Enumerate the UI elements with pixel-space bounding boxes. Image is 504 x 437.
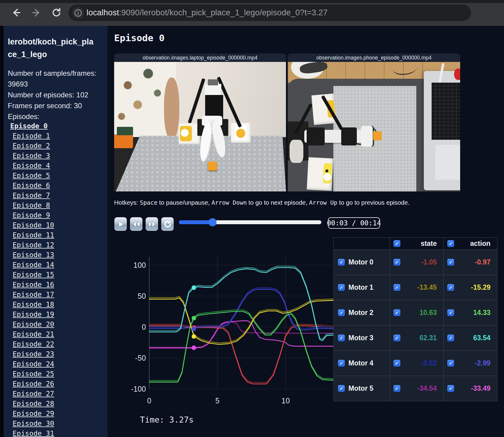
orange-lego-brick bbox=[208, 162, 217, 171]
episode-link-3[interactable]: Episode 3 bbox=[10, 152, 100, 162]
motor-state-value: -3.52 bbox=[404, 359, 437, 367]
episode-link-5[interactable]: Episode 5 bbox=[10, 172, 100, 182]
motor-state-checkbox[interactable] bbox=[393, 309, 400, 316]
motor-action-value: -15.29 bbox=[458, 283, 490, 292]
episode-link-13[interactable]: Episode 13 bbox=[10, 251, 100, 261]
motor-action-value: -2.99 bbox=[458, 359, 490, 367]
motor-name: Motor 5 bbox=[348, 384, 373, 393]
motor-state-value: 10.63 bbox=[404, 309, 437, 317]
hotkeys-text: to go to previous episode. bbox=[337, 199, 409, 206]
motor-action-checkbox[interactable] bbox=[447, 385, 454, 392]
motor-name: Motor 1 bbox=[348, 283, 373, 292]
episode-link-12[interactable]: Episode 12 bbox=[10, 241, 100, 251]
motor-action-checkbox[interactable] bbox=[447, 360, 454, 367]
episode-link-20[interactable]: Episode 20 bbox=[10, 320, 100, 330]
episode-link-16[interactable]: Episode 16 bbox=[10, 281, 100, 291]
forward-icon[interactable] bbox=[30, 6, 43, 19]
reload-icon[interactable] bbox=[50, 6, 63, 19]
motor-state-checkbox[interactable] bbox=[393, 360, 400, 367]
motor-table-row: Motor 1-13.45-15.29 bbox=[334, 275, 497, 300]
episode-link-31[interactable]: Episode 31 bbox=[10, 429, 100, 437]
episode-link-30[interactable]: Episode 30 bbox=[10, 420, 100, 429]
episode-link-19[interactable]: Episode 19 bbox=[10, 310, 100, 320]
info-episodes-label: Episodes: bbox=[8, 111, 100, 122]
rewind-button[interactable] bbox=[130, 217, 143, 231]
robot-joint bbox=[307, 127, 325, 145]
emoji-box-left bbox=[179, 124, 200, 144]
episode-link-24[interactable]: Episode 24 bbox=[10, 360, 100, 370]
motor-state-checkbox[interactable] bbox=[393, 259, 400, 266]
episode-link-10[interactable]: Episode 10 bbox=[10, 221, 100, 231]
back-icon[interactable] bbox=[10, 6, 23, 19]
person-arm bbox=[164, 78, 179, 140]
video-caption-phone: observation.images.phone_episode_000000.… bbox=[288, 53, 460, 62]
motor-row-checkbox[interactable] bbox=[338, 335, 345, 341]
window-top-strip bbox=[0, 0, 504, 3]
episode-link-7[interactable]: Episode 7 bbox=[10, 191, 100, 201]
episode-link-2[interactable]: Episode 2 bbox=[10, 142, 100, 152]
motor-table-row: Motor 0-1.05-0.97 bbox=[334, 250, 497, 275]
url-bar[interactable]: localhost:9090/lerobot/koch_pick_place_1… bbox=[68, 5, 471, 21]
motor-state-checkbox[interactable] bbox=[393, 284, 400, 291]
motor-row-checkbox[interactable] bbox=[338, 284, 345, 291]
motor-action-value: -33.49 bbox=[458, 384, 490, 393]
episode-link-21[interactable]: Episode 21 bbox=[10, 330, 100, 340]
loop-button[interactable] bbox=[161, 217, 174, 231]
episode-link-9[interactable]: Episode 9 bbox=[10, 211, 100, 221]
episode-link-1[interactable]: Episode 1 bbox=[10, 132, 100, 142]
motor-table-row: Motor 362.3163.54 bbox=[334, 325, 497, 351]
orange-lego-brick bbox=[373, 131, 382, 140]
state-column-checkbox[interactable] bbox=[393, 240, 400, 247]
seek-slider[interactable] bbox=[179, 220, 321, 224]
motor-action-value: -0.97 bbox=[458, 258, 490, 266]
seek-slider-thumb[interactable] bbox=[208, 218, 217, 226]
robot-camera bbox=[208, 79, 218, 85]
episode-link-18[interactable]: Episode 18 bbox=[10, 301, 100, 310]
motor-state-checkbox[interactable] bbox=[393, 335, 400, 341]
motor-row-checkbox[interactable] bbox=[338, 360, 345, 367]
play-button[interactable] bbox=[114, 217, 127, 231]
episode-link-0[interactable]: Episode 0 bbox=[10, 122, 100, 132]
episode-link-22[interactable]: Episode 22 bbox=[10, 340, 100, 350]
motor-action-checkbox[interactable] bbox=[447, 259, 454, 266]
site-info-icon[interactable] bbox=[72, 7, 84, 19]
action-header-cell: action bbox=[444, 238, 497, 250]
video-player-laptop[interactable] bbox=[114, 62, 286, 191]
circuit-board bbox=[117, 127, 133, 135]
url-host: localhost bbox=[87, 8, 119, 17]
window-left-edge bbox=[0, 26, 4, 437]
motor-name: Motor 4 bbox=[348, 359, 373, 367]
fast-forward-button[interactable] bbox=[145, 217, 158, 231]
episode-link-17[interactable]: Episode 17 bbox=[10, 291, 100, 301]
time-display: 00:03 / 00:14 bbox=[328, 217, 380, 229]
episode-link-23[interactable]: Episode 23 bbox=[10, 350, 100, 360]
motor-name: Motor 2 bbox=[348, 309, 373, 317]
robot-mount bbox=[290, 140, 303, 163]
video-card-phone: observation.images.phone_episode_000000.… bbox=[288, 53, 460, 191]
motor-table-row: Motor 4-3.52-2.99 bbox=[334, 351, 497, 376]
episode-link-27[interactable]: Episode 27 bbox=[10, 390, 100, 400]
motor-row-checkbox[interactable] bbox=[338, 385, 345, 392]
episode-link-28[interactable]: Episode 28 bbox=[10, 400, 100, 410]
episode-link-26[interactable]: Episode 26 bbox=[10, 380, 100, 390]
episode-link-4[interactable]: Episode 4 bbox=[10, 162, 100, 172]
episode-link-11[interactable]: Episode 11 bbox=[10, 231, 100, 241]
motor-trajectory-chart[interactable] bbox=[114, 237, 333, 432]
motor-row-checkbox[interactable] bbox=[338, 309, 345, 316]
episode-link-14[interactable]: Episode 14 bbox=[10, 261, 100, 271]
motor-action-checkbox[interactable] bbox=[447, 284, 454, 291]
motor-row-checkbox[interactable] bbox=[338, 259, 345, 266]
motor-action-checkbox[interactable] bbox=[447, 335, 454, 341]
episode-link-25[interactable]: Episode 25 bbox=[10, 370, 100, 380]
episode-link-29[interactable]: Episode 29 bbox=[10, 410, 100, 420]
action-column-checkbox[interactable] bbox=[447, 240, 454, 247]
episode-link-6[interactable]: Episode 6 bbox=[10, 182, 100, 191]
motor-action-checkbox[interactable] bbox=[447, 309, 454, 316]
motor-state-checkbox[interactable] bbox=[393, 385, 400, 392]
episode-link-15[interactable]: Episode 15 bbox=[10, 271, 100, 281]
episode-link-8[interactable]: Episode 8 bbox=[10, 201, 100, 211]
state-header-label: state bbox=[404, 240, 437, 248]
video-player-phone[interactable] bbox=[288, 62, 460, 191]
info-episodes-count: Number of episodes: 102 bbox=[8, 90, 100, 100]
red-object bbox=[454, 69, 460, 80]
